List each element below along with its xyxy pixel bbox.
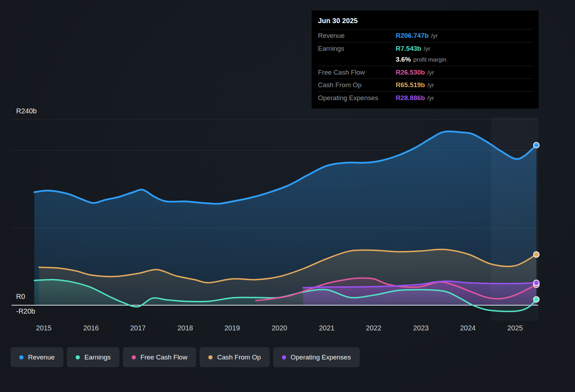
app-background: { "tooltip": { "date": "Jun 30 2025", "r… (0, 0, 575, 392)
tooltip-row-label: Earnings (318, 45, 396, 52)
x-tick-label: 2016 (83, 324, 99, 332)
legend-item-label: Free Cash Flow (140, 354, 187, 361)
x-tick-label: 2023 (413, 324, 429, 332)
tooltip-row-free-cash-flow: Free Cash Flow R26.530b /yr (318, 66, 532, 79)
tooltip-row-value: R28.886b (396, 94, 425, 102)
y-axis-label-neg: -R20b (16, 307, 35, 315)
legend-dot-free-cash-flow (132, 355, 136, 359)
tooltip-row-suffix: /yr (427, 95, 434, 102)
x-axis: 2015201620172018201920202021202220232024… (0, 324, 575, 335)
tooltip-row-label: Revenue (318, 32, 396, 40)
legend-dot-cash-from-op (208, 355, 213, 359)
tooltip-row-profit-margin: 3.6% profit margin (318, 55, 532, 66)
legend-item-label: Operating Expenses (291, 354, 351, 361)
legend-item-earnings[interactable]: Earnings (67, 347, 119, 367)
tooltip-row-earnings: Earnings R7.543b /yr (318, 42, 532, 55)
series-endpoint-marker-opex[interactable] (534, 280, 539, 286)
tooltip-row-label: Free Cash Flow (318, 69, 396, 76)
tooltip-row-value: R26.530b (396, 69, 425, 76)
legend-item-operating-expenses[interactable]: Operating Expenses (273, 347, 360, 367)
data-tooltip: Jun 30 2025 Revenue R206.747b /yr Earnin… (312, 10, 539, 108)
tooltip-date: Jun 30 2025 (318, 13, 532, 29)
legend-item-revenue[interactable]: Revenue (11, 347, 63, 367)
tooltip-row-label: Operating Expenses (318, 94, 396, 102)
tooltip-row-cash-from-op: Cash From Op R65.519b /yr (318, 78, 532, 91)
x-tick-label: 2018 (178, 324, 193, 332)
legend-item-label: Earnings (84, 354, 111, 361)
x-tick-label: 2022 (366, 324, 382, 332)
tooltip-row-value: R65.519b (396, 81, 425, 89)
x-tick-label: 2017 (130, 324, 146, 332)
tooltip-row-suffix: /yr (424, 46, 430, 52)
series-endpoint-marker-cashop[interactable] (534, 252, 539, 257)
y-axis-label-top: R240b (16, 107, 37, 115)
tooltip-row-suffix: /yr (431, 33, 438, 40)
series-endpoint-marker-earnings[interactable] (534, 296, 539, 302)
legend-dot-revenue (19, 355, 23, 359)
tooltip-row-value: 3.6% (396, 56, 411, 63)
x-tick-label: 2019 (224, 324, 240, 332)
legend: Revenue Earnings Free Cash Flow Cash Fro… (11, 347, 360, 367)
tooltip-row-value: R206.747b (396, 32, 429, 40)
legend-item-label: Revenue (28, 354, 55, 361)
x-tick-label: 2021 (319, 324, 335, 332)
recent-period-highlight (491, 117, 538, 321)
tooltip-row-value: R7.543b (396, 45, 421, 52)
legend-dot-operating-expenses (282, 355, 286, 359)
tooltip-row-suffix: /yr (427, 82, 434, 89)
tooltip-row-label: Cash From Op (318, 81, 396, 89)
y-axis-label-zero: R0 (16, 293, 25, 301)
series-endpoint-marker-revenue[interactable] (534, 142, 539, 148)
legend-dot-earnings (76, 355, 80, 359)
legend-item-cash-from-op[interactable]: Cash From Op (200, 347, 270, 367)
legend-item-label: Cash From Op (217, 354, 261, 361)
x-tick-label: 2024 (460, 324, 476, 332)
x-tick-label: 2020 (272, 324, 288, 332)
tooltip-row-suffix: profit margin (413, 56, 446, 63)
x-tick-label: 2015 (36, 324, 52, 332)
tooltip-row-revenue: Revenue R206.747b /yr (318, 29, 532, 42)
tooltip-row-suffix: /yr (427, 69, 434, 76)
tooltip-row-operating-expenses: Operating Expenses R28.886b /yr (318, 91, 532, 104)
x-tick-label: 2025 (507, 324, 523, 332)
legend-item-free-cash-flow[interactable]: Free Cash Flow (123, 347, 196, 367)
